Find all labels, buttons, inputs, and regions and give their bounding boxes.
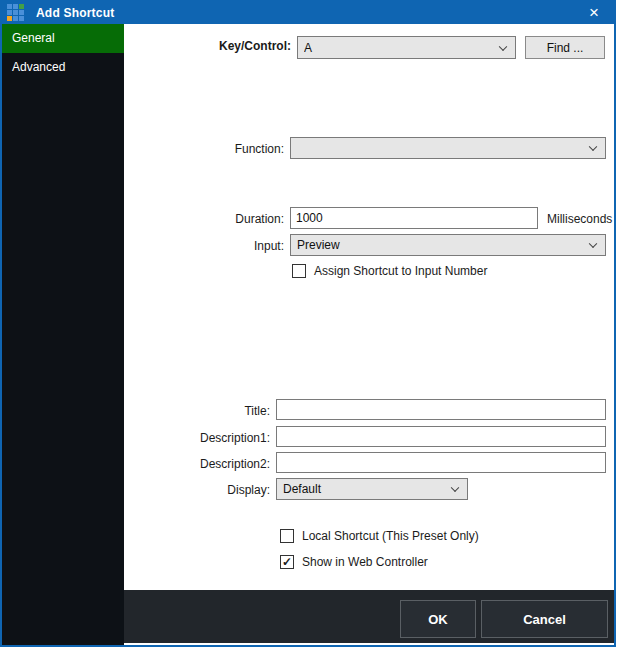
web-controller-checkbox[interactable]: ✓ Show in Web Controller bbox=[280, 555, 428, 569]
checkbox-checked-icon: ✓ bbox=[280, 555, 294, 569]
close-button[interactable]: × bbox=[574, 0, 614, 25]
display-value: Default bbox=[283, 479, 443, 499]
duration-input[interactable] bbox=[290, 207, 538, 229]
duration-label: Duration: bbox=[124, 212, 284, 227]
key-control-value: A bbox=[304, 37, 491, 58]
input-value: Preview bbox=[297, 235, 581, 255]
assign-shortcut-label: Assign Shortcut to Input Number bbox=[314, 264, 487, 278]
content-panel: Key/Control: A Find ... Function: Durati… bbox=[124, 24, 614, 590]
chevron-down-icon bbox=[589, 143, 597, 151]
local-shortcut-checkbox[interactable]: Local Shortcut (This Preset Only) bbox=[280, 529, 479, 543]
chevron-down-icon bbox=[451, 484, 459, 492]
footer-bar: OK Cancel bbox=[124, 590, 614, 643]
checkbox-icon bbox=[292, 264, 306, 278]
title-label: Title: bbox=[124, 404, 270, 419]
description1-label: Description1: bbox=[124, 431, 270, 446]
sidebar-item-general[interactable]: General bbox=[2, 24, 124, 53]
local-shortcut-label: Local Shortcut (This Preset Only) bbox=[302, 529, 479, 543]
find-button[interactable]: Find ... bbox=[525, 36, 605, 59]
checkbox-icon bbox=[280, 529, 294, 543]
description1-input[interactable] bbox=[276, 426, 606, 447]
input-combobox[interactable]: Preview bbox=[290, 234, 606, 256]
titlebar: Add Shortcut × bbox=[0, 0, 616, 25]
description2-label: Description2: bbox=[124, 457, 270, 472]
sidebar-item-advanced[interactable]: Advanced bbox=[2, 53, 124, 82]
add-shortcut-dialog: Add Shortcut × General Advanced Key/Cont… bbox=[0, 0, 616, 647]
sidebar: General Advanced bbox=[2, 24, 124, 645]
chevron-down-icon bbox=[499, 42, 507, 50]
display-combobox[interactable]: Default bbox=[276, 478, 468, 500]
assign-shortcut-checkbox[interactable]: Assign Shortcut to Input Number bbox=[292, 264, 487, 278]
close-icon: × bbox=[589, 4, 599, 21]
web-controller-label: Show in Web Controller bbox=[302, 555, 428, 569]
title-input[interactable] bbox=[276, 399, 606, 420]
cancel-button[interactable]: Cancel bbox=[481, 600, 608, 638]
chevron-down-icon bbox=[589, 240, 597, 248]
function-label: Function: bbox=[124, 142, 284, 157]
display-label: Display: bbox=[124, 483, 270, 498]
key-control-combobox[interactable]: A bbox=[297, 36, 516, 59]
app-logo-icon bbox=[7, 4, 24, 21]
ok-button[interactable]: OK bbox=[400, 600, 476, 638]
input-label: Input: bbox=[124, 239, 284, 254]
duration-unit-label: Milliseconds bbox=[547, 212, 612, 227]
function-value bbox=[297, 138, 581, 158]
window-title: Add Shortcut bbox=[36, 6, 114, 20]
function-combobox[interactable] bbox=[290, 137, 606, 159]
description2-input[interactable] bbox=[276, 452, 606, 473]
key-control-label: Key/Control: bbox=[124, 39, 291, 54]
